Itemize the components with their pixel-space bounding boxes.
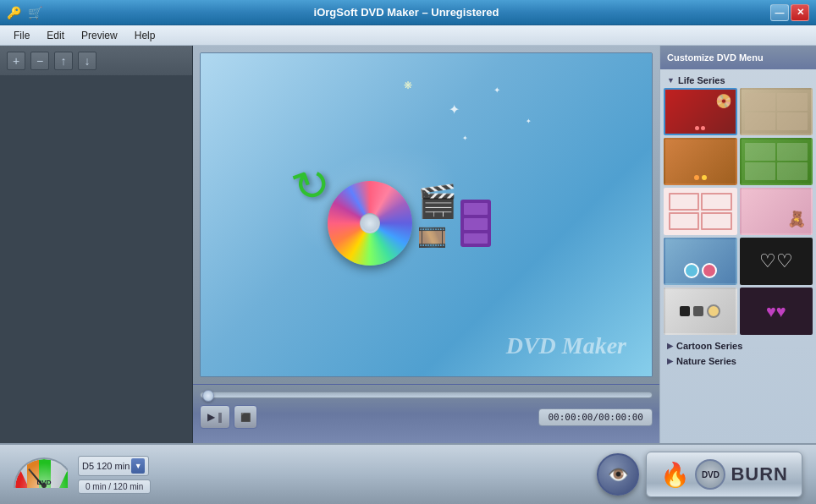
menu-preview[interactable]: Preview <box>74 28 124 43</box>
life-series-arrow: ▼ <box>667 76 675 85</box>
menu-file[interactable]: File <box>7 28 36 43</box>
app-title: iOrgSoft DVD Maker – Unregistered <box>42 6 770 19</box>
eye-icon: 👁️ <box>608 464 629 485</box>
move-down-button[interactable]: ↓ <box>78 52 96 70</box>
dvd-disc-icon <box>328 181 412 266</box>
dvd-watermark: DVD Maker <box>506 332 626 359</box>
title-bar: 🔑 🛒 iOrgSoft DVD Maker – Unregistered — … <box>0 0 816 25</box>
cartoon-series-text: Cartoon Series <box>676 341 742 351</box>
move-up-button[interactable]: ↑ <box>54 52 73 70</box>
customize-menu-label: Customize DVD Menu <box>667 52 764 63</box>
sparkle-2: ✦ <box>493 85 500 95</box>
title-bar-left-icons: 🔑 🛒 <box>7 6 42 19</box>
menu-help[interactable]: Help <box>128 28 163 43</box>
menu-bar: File Edit Preview Help <box>0 25 816 46</box>
controls-row: ▶ ‖ ⬛ 00:00:00/00:00:00 <box>200 405 653 429</box>
flame-icon: 🔥 <box>660 461 690 489</box>
play-button[interactable]: ▶ ‖ <box>200 405 230 429</box>
stop-button[interactable]: ⬛ <box>234 405 257 429</box>
right-panel: Customize DVD Menu ▼ Life Series 📀 <box>659 46 816 443</box>
thumb-life-4[interactable] <box>740 138 813 185</box>
menu-thumbnails[interactable]: ▼ Life Series 📀 <box>660 69 816 443</box>
thumb-life-3[interactable] <box>664 138 737 185</box>
disc-icon: DVD <box>695 459 725 490</box>
right-panel-header: Customize DVD Menu <box>660 46 816 69</box>
burn-button[interactable]: 🔥 DVD BURN <box>646 452 802 497</box>
playback-buttons: ▶ ‖ ⬛ <box>200 405 257 429</box>
nature-series-text: Nature Series <box>676 356 736 366</box>
time-info: 0 min / 120 min <box>78 479 151 494</box>
menu-edit[interactable]: Edit <box>40 28 71 43</box>
minimize-button[interactable]: — <box>770 4 789 21</box>
cartoon-series-arrow: ▶ <box>667 342 673 350</box>
disc-section: D5 120 min ▼ 0 min / 120 min <box>78 456 151 494</box>
left-panel: + − ↑ ↓ <box>0 46 193 443</box>
progress-bar-thumb[interactable] <box>202 390 214 402</box>
progress-bar-container <box>200 388 653 402</box>
thumb-life-7[interactable] <box>664 238 737 285</box>
time-display: 00:00:00/00:00:00 <box>538 408 653 426</box>
burn-section: 👁️ 🔥 DVD BURN <box>597 452 802 497</box>
thumb-life-10[interactable]: ♥♥ <box>740 288 813 335</box>
thumb-life-6[interactable]: 🧸 <box>740 188 813 235</box>
film-strip-icon <box>460 200 491 247</box>
nature-series-label[interactable]: ▶ Nature Series <box>664 353 813 369</box>
cartoon-series-label[interactable]: ▶ Cartoon Series <box>664 338 813 353</box>
key-icon: 🔑 <box>7 6 21 19</box>
close-button[interactable]: ✕ <box>791 4 809 21</box>
sparkle-4: ❋ <box>404 79 412 91</box>
gauge: DVD <box>14 457 68 491</box>
life-series-text: Life Series <box>678 75 725 85</box>
life-series-label[interactable]: ▼ Life Series <box>664 73 813 88</box>
bottom-bar: DVD D5 120 min ▼ 0 min / 120 min 👁️ 🔥 DV… <box>0 443 816 504</box>
left-toolbar: + − ↑ ↓ <box>0 46 192 76</box>
gauge-dvd-label: DVD <box>37 479 52 486</box>
sparkle-3: ✦ <box>526 118 532 125</box>
add-file-button[interactable]: + <box>7 52 25 70</box>
window-controls: — ✕ <box>770 4 809 21</box>
progress-bar-track[interactable] <box>200 392 653 398</box>
remove-file-button[interactable]: − <box>30 52 49 70</box>
cart-icon: 🛒 <box>28 6 42 19</box>
thumb-life-9[interactable] <box>664 288 737 335</box>
film-clapboard-icon: 🎬 <box>417 183 457 220</box>
sparkle-1: ✦ <box>449 101 460 118</box>
center-section: ✦ ✦ ✦ ❋ ✦ ↻ 🎬 <box>193 46 659 443</box>
thumb-life-8[interactable]: ♡♡ <box>740 238 813 285</box>
thumb-life-1[interactable]: 📀 <box>664 88 737 135</box>
thumb-life-2[interactable] <box>740 88 813 135</box>
disc-dropdown[interactable]: D5 120 min ▼ <box>78 456 149 476</box>
burn-label: BURN <box>731 463 788 485</box>
disc-option-text: D5 120 min <box>82 461 130 471</box>
preview-button[interactable]: 👁️ <box>597 453 639 496</box>
player-controls: ▶ ‖ ⬛ 00:00:00/00:00:00 <box>193 384 659 443</box>
disc-dropdown-arrow[interactable]: ▼ <box>131 458 145 474</box>
preview-area: ✦ ✦ ✦ ❋ ✦ ↻ 🎬 <box>200 52 653 377</box>
main-content: + − ↑ ↓ ✦ ✦ ✦ ❋ ✦ ↻ <box>0 46 816 443</box>
file-list <box>0 76 192 443</box>
sparkle-5: ✦ <box>462 134 468 142</box>
film-reel-icon: 🎞️ <box>417 223 457 251</box>
nature-series-arrow: ▶ <box>667 357 673 365</box>
thumb-life-5[interactable] <box>664 188 737 235</box>
disc-selector: D5 120 min ▼ <box>78 456 151 476</box>
center-panel: ✦ ✦ ✦ ❋ ✦ ↻ 🎬 <box>193 46 659 384</box>
gauge-container: DVD <box>14 457 68 491</box>
life-series-thumbs: 📀 <box>664 88 813 335</box>
